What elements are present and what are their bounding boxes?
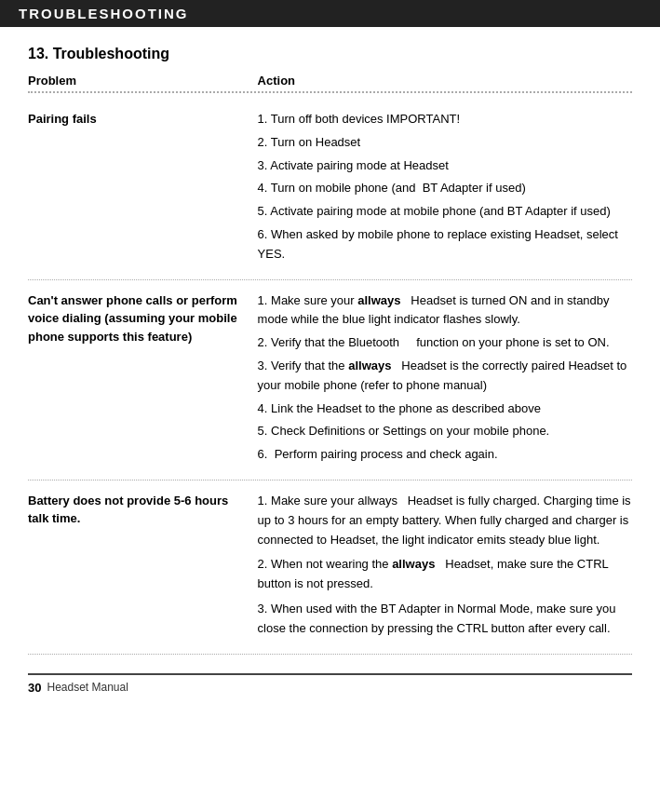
action-line: 1. Make sure your allways Headset is tur…: [258, 291, 632, 331]
action-line: 1. Turn off both devices IMPORTANT!: [258, 110, 632, 129]
problem-text: Battery does not provide 5-6 hours talk …: [28, 494, 228, 526]
problem-text: Can't answer phone calls or perform voic…: [28, 293, 237, 344]
table-row: Can't answer phone calls or perform voic…: [28, 280, 632, 480]
action-line: 5. Check Definitions or Settings on your…: [258, 422, 632, 441]
action-line: 2. Verify that the Bluetooth function on…: [258, 333, 632, 353]
problem-cell: Pairing fails: [28, 110, 258, 268]
action-line: 2. Turn on Headset: [258, 133, 632, 153]
action-line: 3. Verify that the allways Headset is th…: [258, 357, 632, 396]
table-row: Battery does not provide 5-6 hours talk …: [28, 480, 632, 655]
action-line: 5. Activate pairing mode at mobile phone…: [258, 202, 632, 222]
action-cell: 1. Make sure your allways Headset is tur…: [258, 291, 632, 468]
action-line: 3. Activate pairing mode at Headset: [258, 156, 632, 176]
action-cell: 1. Make sure your allways Headset is ful…: [258, 492, 632, 643]
action-cell: 1. Turn off both devices IMPORTANT! 2. T…: [258, 110, 632, 268]
problem-cell: Battery does not provide 5-6 hours talk …: [28, 492, 258, 643]
table-header: Problem Action: [28, 74, 632, 93]
brand-name: allways: [392, 557, 435, 571]
action-column-header: Action: [258, 74, 632, 88]
table-row: Pairing fails 1. Turn off both devices I…: [28, 99, 632, 280]
troubleshooting-table: Problem Action Pairing fails 1. Turn off…: [28, 74, 632, 655]
problem-column-header: Problem: [28, 74, 258, 88]
page-footer: 30 Headset Manual: [28, 673, 632, 695]
footer-text: Headset Manual: [47, 681, 128, 694]
main-content: 13. Troubleshooting Problem Action Pairi…: [0, 27, 660, 713]
action-line: 4. Link the Headset to the phone as desc…: [258, 399, 632, 419]
brand-name: allways: [348, 359, 391, 372]
page-header: TROUBLESHOOTING: [0, 0, 660, 27]
action-line: 3. When used with the BT Adapter in Norm…: [258, 600, 632, 639]
header-title: TROUBLESHOOTING: [19, 6, 189, 21]
brand-name: allways: [357, 293, 400, 307]
action-line: 1. Make sure your allways Headset is ful…: [258, 492, 632, 549]
page-number: 30: [28, 681, 41, 695]
problem-cell: Can't answer phone calls or perform voic…: [28, 291, 258, 468]
action-line: 6. Perform pairing process and check aga…: [258, 445, 632, 465]
action-line: 6. When asked by mobile phone to replace…: [258, 225, 632, 264]
problem-text: Pairing fails: [28, 112, 97, 126]
action-line: 4. Turn on mobile phone (and BT Adapter …: [258, 179, 632, 198]
action-line: 2. When not wearing the allways Headset,…: [258, 555, 632, 594]
section-title: 13. Troubleshooting: [28, 46, 632, 62]
